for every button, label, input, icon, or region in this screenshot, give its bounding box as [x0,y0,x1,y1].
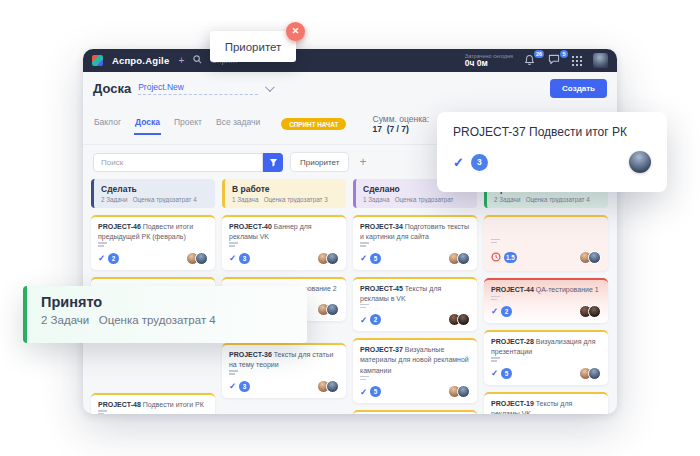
add-icon[interactable]: + [178,56,184,66]
check-icon: ✓ [229,253,236,263]
accepted-callout-subtitle: 2 Задачи Оценка трудозатрат 4 [41,314,293,326]
grid-icon [572,56,582,66]
accepted-column-callout: Принято 2 Задачи Оценка трудозатрат 4 [23,286,307,343]
messages-button[interactable]: 5 [548,54,561,67]
task-card-project-37[interactable]: PROJECT-37 Визуальные материалы для ново… [353,338,477,403]
search-icon[interactable] [193,55,202,66]
apps-grid-button[interactable] [572,52,582,70]
close-icon[interactable]: ✕ [286,22,305,41]
task-card-project-45[interactable]: PROJECT-45 Тексты для рекламы в VK✓2 [353,277,477,332]
avatar [588,367,601,380]
notifications-button[interactable]: 26 [524,54,537,67]
funnel-icon [269,158,278,167]
estimate-badge: 2 [501,306,512,317]
task-card[interactable]: 1.5 [484,215,608,271]
estimate-badge: 2 [108,253,119,264]
score-summary: Сумм. оценка: 17 (7 / 7) [358,104,429,144]
column-title: Сделать [101,184,208,194]
task-card-project-46[interactable]: PROJECT-46 Подвести итоги предыдущей РК … [91,215,215,270]
avatar [326,303,339,316]
priority-tooltip-label: Приоритет [225,41,282,53]
avatar [457,252,470,265]
assignee-avatars [579,367,601,380]
avatar [588,251,601,264]
description-icon [360,304,470,308]
task-title: PROJECT-40 Баннер для рекламы VK [229,222,339,242]
check-icon: ✓ [360,253,367,263]
score-label: Сумм. оценка: [373,114,430,124]
description-icon [229,370,339,374]
estimate-badge: 3 [239,381,250,392]
check-icon: ✓ [491,306,498,316]
column-header-in-progress[interactable]: В работе1 Задача Оценка трудозатрат 3 [222,179,346,208]
score-value: 17 (7 / 7) [373,124,409,134]
deadline-clock-icon [491,252,501,262]
page-title: Доска [93,81,131,96]
column-title: В работе [232,184,339,194]
filter-button[interactable] [263,153,283,172]
task-card-project-44[interactable]: PROJECT-44 QA-тестирование 1✓2 [484,278,608,323]
priority-tooltip: Приоритет ✕ [210,31,296,62]
task-title: PROJECT-36 Тексты для статьи на тему тео… [229,350,339,370]
task-title: PROJECT-44 QA-тестирование 1 [491,285,601,295]
top-navbar: Аспро.Agile + Спринт Затрачено сегодня 0… [83,49,617,72]
search-input[interactable] [93,153,263,172]
assignee-avatar [629,151,651,173]
avatar [195,252,208,265]
avatar [326,252,339,265]
description-icon [98,242,208,246]
task-card-project-28[interactable]: PROJECT-28 Визуализация для презентации✓… [484,330,608,385]
board-tabs: БаклогДоскаПроектВсе задачи [93,113,261,135]
task-card-project-19[interactable]: PROJECT-19 Тексты для рекламы VK✓5 [484,392,608,414]
column-header-todo[interactable]: Сделать2 Задачи Оценка трудозатрат 4 [91,179,215,208]
tab-all-tasks[interactable]: Все задачи [215,113,261,135]
add-filter-button[interactable]: + [356,155,369,169]
notifications-count: 26 [534,50,544,58]
task-card-popup[interactable]: PROJECT-37 Подвести итог РК ✓ 3 [437,112,667,192]
app-logo-icon [92,55,103,66]
description-icon [491,296,601,300]
task-card-project-34[interactable]: PROJECT-34 Подготовить тексты и картинки… [353,215,477,270]
task-title: PROJECT-37 Визуальные материалы для ново… [360,345,470,375]
task-title: PROJECT-48 Подвести итоги РК [98,400,208,410]
column-done: Сделано1 Задача Оценка трудозатратPROJEC… [353,179,477,414]
task-card-project-36[interactable]: PROJECT-36 Тексты для статьи на тему тео… [222,343,346,398]
app-window: Аспро.Agile + Спринт Затрачено сегодня 0… [83,49,617,414]
avatar [588,305,601,318]
tab-board[interactable]: Доска [134,113,161,135]
task-card-project-48[interactable]: PROJECT-48 Подвести итоги РК✓2 [91,393,215,414]
column-subtitle: 1 Задача Оценка трудозатрат 3 [232,196,339,203]
column-subtitle: 1 Задача Оценка трудозатрат [363,196,470,203]
task-title: PROJECT-45 Тексты для рекламы в VK [360,284,470,304]
check-icon: ✓ [360,315,367,325]
avatar [326,380,339,393]
create-button[interactable]: Создать [550,79,607,98]
description-icon [491,357,601,361]
task-popup-title: PROJECT-37 Подвести итог РК [453,125,651,139]
task-card-project-23[interactable]: PROJECT-23 Итоги РК✓5 [353,410,477,414]
check-icon: ✓ [98,253,105,263]
estimate-badge: 5 [370,253,381,264]
user-avatar[interactable] [593,53,608,68]
deadline-clock-icon [491,248,501,266]
assignee-avatars [317,303,339,316]
messages-count: 5 [560,50,568,58]
assignee-avatars [448,385,470,398]
assignee-avatars [186,252,208,265]
task-title: PROJECT-28 Визуализация для презентации [491,337,601,357]
time-tracker[interactable]: Затрачено сегодня 0ч 0м [465,53,513,68]
estimate-badge: 5 [501,368,512,379]
task-title: PROJECT-46 Подвести итоги предыдущей РК … [98,222,208,242]
description-icon [360,242,470,246]
chevron-down-icon[interactable] [265,82,275,92]
accepted-callout-title: Принято [41,294,293,310]
priority-filter-chip[interactable]: Приоритет [290,152,349,172]
tab-project[interactable]: Проект [173,113,203,135]
estimate-badge: 2 [370,314,381,325]
tab-backlog[interactable]: Баклог [93,113,122,135]
project-selector[interactable]: Project.New [138,82,258,95]
estimate-badge: 5 [370,386,381,397]
estimate-badge: 1.5 [504,252,517,263]
task-card-project-40[interactable]: PROJECT-40 Баннер для рекламы VK✓3 [222,215,346,270]
assignee-avatars [317,252,339,265]
